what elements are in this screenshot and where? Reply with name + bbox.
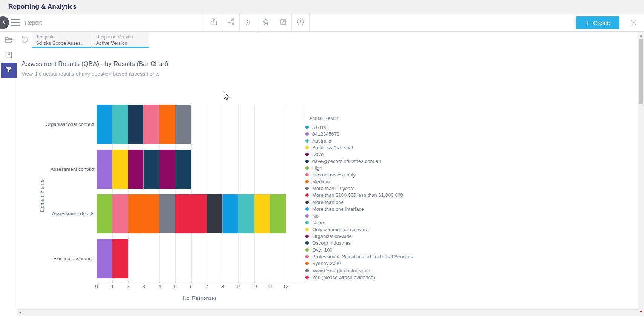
collapse-panel-button[interactable] (0, 16, 9, 29)
legend-item[interactable]: Professional, Scientific and Technical S… (305, 253, 468, 260)
bar-segment[interactable] (112, 194, 128, 233)
legend-dot-icon (305, 228, 309, 231)
x-tick (112, 281, 113, 283)
legend-item[interactable]: dave@oscorpindustries.com.au (305, 158, 468, 164)
bar-segment[interactable] (270, 194, 286, 233)
horizontal-scrollbar[interactable] (17, 309, 638, 316)
legend-item[interactable]: 51-100 (305, 124, 468, 130)
scroll-down-icon[interactable] (639, 311, 642, 313)
legend-item[interactable]: Medium (305, 178, 468, 185)
bar-segment[interactable] (159, 194, 175, 233)
legend-item[interactable]: www.OscorpIndustries.com (305, 267, 468, 274)
close-button[interactable] (630, 18, 638, 27)
bar-segment[interactable] (97, 150, 112, 189)
bar-segment[interactable] (175, 194, 207, 233)
legend-item-label: Business As Usual (312, 145, 353, 150)
legend-item-label: Sydney 2000 (312, 261, 341, 266)
legend-item[interactable]: More than $100,000 less than $1,000,000 (305, 192, 468, 199)
legend-item[interactable]: High (305, 165, 468, 172)
legend-item[interactable]: Yes (please attach evidence) (305, 274, 468, 281)
report-tab-label[interactable]: Report (25, 14, 42, 32)
legend-item[interactable]: No (305, 212, 468, 219)
response-version-field[interactable]: Response Version Active Version (92, 32, 149, 48)
legend-item-label: More than one interface (312, 206, 364, 212)
legend-dot-icon (305, 269, 309, 272)
bar-row (97, 194, 286, 233)
bar-segment[interactable] (159, 150, 175, 189)
bar-row (97, 239, 128, 278)
info-button[interactable] (291, 14, 309, 32)
legend-item[interactable]: Internal access only (305, 172, 468, 178)
bar-segment[interactable] (112, 239, 128, 278)
bar-segment[interactable] (97, 239, 112, 278)
bar-segment[interactable] (112, 105, 128, 144)
legend-item-label: Australia (312, 138, 331, 144)
export-button[interactable] (205, 14, 222, 32)
vertical-scrollbar[interactable] (638, 32, 644, 316)
bar-segment[interactable] (175, 150, 191, 189)
legend-item[interactable]: Australia (305, 137, 468, 144)
gridline (191, 105, 192, 281)
sidebar-item-bookmarks[interactable] (0, 49, 17, 63)
bar-segment[interactable] (223, 194, 239, 233)
undo-button[interactable] (20, 35, 29, 44)
bar-segment[interactable] (175, 105, 191, 144)
plus-icon: + (585, 19, 589, 26)
chevron-left-icon (3, 19, 6, 26)
bar-segment[interactable] (97, 194, 112, 233)
legend-item-label: None (312, 220, 324, 225)
create-button-label: Create (593, 20, 610, 26)
scroll-left-icon[interactable] (19, 311, 21, 314)
legend-dot-icon (305, 153, 309, 156)
app-title: Reporting & Analytics (0, 0, 644, 14)
bar-segment[interactable] (112, 150, 128, 189)
legend-dot-icon (305, 262, 309, 265)
legend-dot-icon (305, 201, 309, 204)
bar-segment[interactable] (144, 105, 159, 144)
bar-row (97, 105, 191, 144)
create-button[interactable]: + Create (576, 16, 619, 29)
vertical-scroll-thumb[interactable] (639, 39, 643, 104)
bar-segment[interactable] (144, 150, 159, 189)
legend-item[interactable]: More than one (305, 199, 468, 206)
bar-segment[interactable] (97, 105, 112, 144)
legend-item[interactable]: More than one interface (305, 206, 468, 212)
legend-item[interactable]: 0412345678 (305, 130, 468, 137)
legend-dot-icon (305, 126, 309, 129)
template-field[interactable]: Template 6clicks Scope Asses... (32, 32, 91, 48)
menu-icon[interactable] (11, 19, 20, 26)
bookmark-icon (5, 51, 12, 60)
report-book-icon (279, 18, 287, 27)
legend-item-label: Internal access only (312, 172, 356, 178)
legend-item-label: More than 10 years (312, 186, 354, 191)
x-tick (223, 281, 223, 283)
bar-segment[interactable] (128, 194, 160, 233)
legend-item[interactable]: Oscorp Industries (305, 240, 468, 247)
favorite-button[interactable] (257, 14, 274, 32)
category-label: Organisational context (21, 121, 94, 127)
legend-item[interactable]: None (305, 219, 468, 226)
bar-segment[interactable] (207, 194, 223, 233)
scroll-up-icon[interactable] (639, 35, 642, 37)
bar-segment[interactable] (128, 105, 144, 144)
bar-segment[interactable] (128, 150, 144, 189)
legend-item[interactable]: Organisation-wide (305, 233, 468, 240)
legend-item[interactable]: Dave (305, 151, 468, 158)
feed-button[interactable] (239, 14, 257, 32)
bar-segment[interactable] (159, 105, 175, 144)
bar-segment[interactable] (254, 194, 270, 233)
bar-segment[interactable] (238, 194, 254, 233)
report-view-button[interactable] (274, 14, 291, 32)
sidebar-item-filter-active[interactable] (1, 63, 17, 78)
legend-item[interactable]: Only commercial software (305, 226, 468, 233)
legend-item[interactable]: Sydney 2000 (305, 260, 468, 267)
legend-item[interactable]: Business As Usual (305, 144, 468, 151)
legend-item-label: Organisation-wide (312, 233, 352, 239)
share-button[interactable] (222, 14, 239, 32)
legend-item[interactable]: Over 100 (305, 247, 468, 253)
sidebar-item-folder[interactable] (0, 34, 17, 48)
app-header: Reporting & Analytics (0, 0, 644, 14)
legend-dot-icon (305, 276, 309, 279)
legend-dot-icon (305, 166, 309, 170)
legend-item[interactable]: More than 10 years (305, 185, 468, 192)
